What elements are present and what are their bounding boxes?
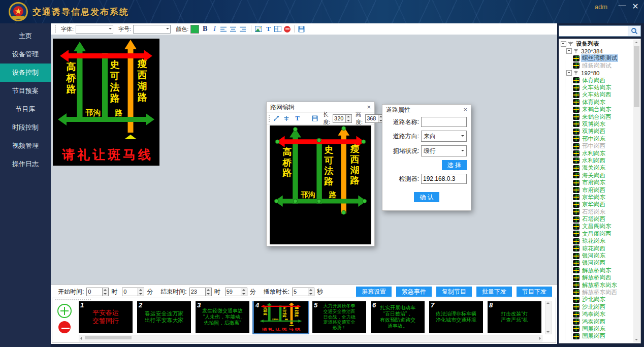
tree-item-1-1[interactable]: 火车站岗东 xyxy=(573,84,633,91)
tree-item-1-10[interactable]: 水利岗东 xyxy=(573,150,633,157)
time-spinner[interactable]: 0 xyxy=(122,288,144,296)
align-right-icon[interactable] xyxy=(240,26,247,32)
tree-item-1-29[interactable]: 解放桥东岗西 xyxy=(573,289,633,296)
action-button-0[interactable]: 屏幕设置 xyxy=(356,287,392,297)
tree-item-1-19[interactable]: 石塔岗西 xyxy=(573,215,633,223)
program-thumb-4[interactable]: 4请礼让斑马线高桥路史可法路瘦西湖路邗沟路 xyxy=(254,301,308,333)
program-thumb-2[interactable]: 2春运安全连万家出行平安靠大家 xyxy=(137,301,191,333)
tree-item-1-22[interactable]: 琼花岗东 xyxy=(573,238,633,245)
time-spinner[interactable]: 0 xyxy=(86,288,109,296)
expander-icon[interactable] xyxy=(566,48,572,54)
minimize-icon[interactable]: — xyxy=(618,1,627,9)
tree-item-0-1[interactable]: 维扬岗测试 xyxy=(573,62,633,69)
sidebar-item-0[interactable]: 主页 xyxy=(0,27,51,45)
program-thumb-5[interactable]: 5大力开展秋冬季交通安全整治百日会战，全力稳定道路交通安全形势！ xyxy=(312,301,366,333)
crosswalk-tool-icon[interactable] xyxy=(283,115,291,121)
time-spinner[interactable]: 59 xyxy=(225,288,247,296)
sidebar-item-3[interactable]: 节目预案 xyxy=(0,82,51,100)
text-tool-icon[interactable]: T xyxy=(265,24,272,34)
dialog-titlebar[interactable]: 道路属性 × xyxy=(382,105,471,115)
scrollbar-thumb[interactable] xyxy=(634,46,639,107)
program-thumb-3[interactable]: 3发生轻微交通事故“人未伤，车能动,先拍照，后撤离” xyxy=(196,301,249,333)
scrollbar-thumb[interactable] xyxy=(85,336,132,339)
tree-root[interactable]: 设备列表 xyxy=(560,40,633,47)
tree-item-1-13[interactable]: 海关岗西 xyxy=(573,172,633,179)
design-canvas[interactable]: 请礼让斑马线高桥路史可法路瘦西湖路邗沟路 路网编辑 × T 长度: 320 高度… xyxy=(51,35,557,285)
align-left-icon[interactable] xyxy=(220,26,228,32)
line-tool-icon[interactable] xyxy=(273,115,281,121)
confirm-button[interactable]: 确 认 xyxy=(414,192,439,202)
tree-item-1-2[interactable]: 火车站岗西 xyxy=(573,91,633,99)
user-name[interactable]: adm xyxy=(595,3,607,11)
tree-item-1-8[interactable]: 邗中岗东 xyxy=(573,135,633,142)
tree-item-1-23[interactable]: 琼花岗西 xyxy=(573,245,633,252)
sign-preview[interactable]: 请礼让斑马线高桥路史可法路瘦西湖路邗沟路 xyxy=(53,39,159,166)
tree-item-1-28[interactable]: 解放桥东岗东 xyxy=(573,281,633,289)
tree-item-1-34[interactable]: 国展岗东 xyxy=(573,325,633,332)
spin-down-icon[interactable] xyxy=(241,292,247,296)
device-search-input[interactable] xyxy=(559,25,628,37)
tree-item-1-7[interactable]: 双博岗西 xyxy=(573,128,633,135)
tree-item-1-14[interactable]: 市府岗东 xyxy=(573,179,633,186)
action-button-3[interactable]: 批量下发 xyxy=(476,287,512,297)
search-button[interactable] xyxy=(628,25,641,37)
program-thumb-1[interactable]: 1平安春运交警同行 xyxy=(79,301,133,333)
spin-down-icon[interactable] xyxy=(206,292,211,296)
horizontal-scrollbar[interactable] xyxy=(79,335,542,341)
tree-scrollbar[interactable] xyxy=(633,40,640,342)
sidebar-item-4[interactable]: 节目库 xyxy=(0,100,51,118)
tree-item-1-20[interactable]: 文昌阁岗东 xyxy=(573,223,633,230)
action-button-2[interactable]: 复制节目 xyxy=(436,287,472,297)
font-select[interactable] xyxy=(76,25,113,34)
road-network-canvas[interactable]: 高桥路史可法路瘦西湖路邗沟路 xyxy=(270,125,371,244)
color-swatch[interactable] xyxy=(190,25,199,34)
delete-icon[interactable] xyxy=(284,26,291,33)
tree-item-1-21[interactable]: 文昌阁岗西 xyxy=(573,230,633,237)
time-spinner[interactable]: 23 xyxy=(189,288,212,296)
spin-down-icon[interactable] xyxy=(138,292,144,296)
tree-item-1-17[interactable]: 京华岗西 xyxy=(573,201,633,208)
tree-item-1-30[interactable]: 沙北岗东 xyxy=(573,296,633,303)
action-button-4[interactable]: 节目下发 xyxy=(517,287,552,297)
screen-layout-icon[interactable] xyxy=(274,26,282,32)
vertical-scrollbar[interactable] xyxy=(545,301,552,334)
spin-up-icon[interactable] xyxy=(206,288,211,292)
tree-item-1-12[interactable]: 海关岗东 xyxy=(573,165,633,172)
close-icon[interactable]: ✕ xyxy=(631,2,640,11)
tree-item-0-0[interactable]: 螺丝湾桥测试 xyxy=(573,55,633,62)
spin-down-icon[interactable] xyxy=(103,292,108,296)
tree-item-1-25[interactable]: 银河岗西 xyxy=(573,260,633,267)
spin-down-icon[interactable] xyxy=(308,292,314,296)
action-button-1[interactable]: 紧急事件 xyxy=(396,287,432,297)
program-thumb-7[interactable]: 7依法治理非标车辆净化城市交通环境 xyxy=(429,301,483,333)
tree-item-1-35[interactable]: 国展岗西 xyxy=(573,333,633,340)
tree-item-1-18[interactable]: 石塔岗东 xyxy=(573,208,633,215)
tree-item-1-9[interactable]: 邗中岗西 xyxy=(573,142,633,149)
road-direction-select[interactable]: 来向 xyxy=(421,131,467,142)
tree-item-1-16[interactable]: 京华岗东 xyxy=(573,194,633,201)
detector-input[interactable] xyxy=(421,174,467,184)
spin-up-icon[interactable] xyxy=(138,288,144,292)
save-icon[interactable] xyxy=(298,26,306,33)
italic-icon[interactable]: I xyxy=(211,24,218,34)
tree-item-1-6[interactable]: 双博岗东 xyxy=(573,120,633,128)
tree-item-1-33[interactable]: 鸿泰岗西 xyxy=(573,318,633,325)
remove-program-button[interactable] xyxy=(58,321,71,333)
congestion-select[interactable]: 缓行 xyxy=(421,145,467,156)
sidebar-item-5[interactable]: 时段控制 xyxy=(0,118,51,137)
spin-up-icon[interactable] xyxy=(346,115,351,119)
sidebar-item-6[interactable]: 视频管理 xyxy=(0,137,51,155)
image-icon[interactable] xyxy=(255,26,263,32)
tree-item-1-3[interactable]: 体育岗东 xyxy=(573,99,633,106)
add-program-button[interactable] xyxy=(57,304,72,318)
program-thumb-6[interactable]: 6扎实开展电动车“百日整治”，有效预防道路交通事故。 xyxy=(371,301,425,333)
size-select[interactable] xyxy=(133,25,171,34)
sidebar-item-7[interactable]: 操作日志 xyxy=(0,155,51,173)
tree-item-1-11[interactable]: 水利岗西 xyxy=(573,157,633,164)
time-spinner[interactable]: 5 xyxy=(292,288,314,296)
tree-item-1-15[interactable]: 市府岗西 xyxy=(573,186,633,194)
tree-group-1[interactable]: 192*80 xyxy=(566,70,633,77)
text-tool-icon[interactable]: T xyxy=(294,114,301,123)
sidebar-item-1[interactable]: 设备管理 xyxy=(0,45,51,64)
spin-up-icon[interactable] xyxy=(241,288,247,292)
